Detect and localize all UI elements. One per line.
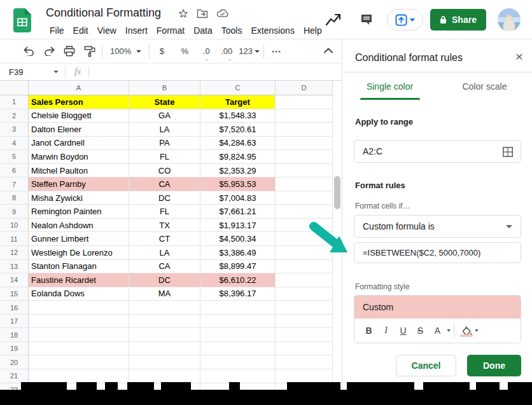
cell-D7[interactable] <box>276 177 333 191</box>
cell-A19[interactable] <box>29 342 129 356</box>
share-button[interactable]: Share <box>430 9 486 31</box>
cell-B17[interactable] <box>129 315 200 329</box>
row-header-19[interactable]: 19 <box>0 342 29 356</box>
cell-B3[interactable]: LA <box>129 123 200 137</box>
cell-A17[interactable] <box>29 315 129 329</box>
zoom-control[interactable]: 100% <box>106 46 145 56</box>
paint-format-button[interactable] <box>81 43 98 60</box>
cell-B11[interactable]: CT <box>129 233 200 247</box>
row-header-15[interactable]: 15 <box>0 287 29 301</box>
cell-D10[interactable] <box>276 219 333 233</box>
cell-C20[interactable] <box>200 355 276 369</box>
row-header-5[interactable]: 5 <box>0 150 29 164</box>
print-button[interactable] <box>61 43 78 60</box>
cell-A21[interactable] <box>29 369 129 383</box>
cell-C18[interactable] <box>200 328 276 342</box>
column-header-D[interactable]: D <box>276 81 333 95</box>
cell-B12[interactable]: LA <box>129 246 200 260</box>
row-header-21[interactable]: 21 <box>0 369 29 383</box>
menu-item-view[interactable]: View <box>93 24 121 37</box>
cell-B20[interactable] <box>129 355 200 369</box>
cell-A15[interactable]: Eolanda Dows <box>29 287 129 301</box>
cell-A8[interactable]: Misha Zywicki <box>29 191 129 205</box>
cell-A16[interactable] <box>29 301 129 315</box>
cell-B18[interactable] <box>129 328 200 342</box>
column-header-C[interactable]: C <box>200 81 276 95</box>
fill-color-button[interactable] <box>459 322 474 339</box>
cell-B7[interactable]: CA <box>129 177 200 191</box>
cell-D6[interactable] <box>276 164 333 178</box>
row-header-6[interactable]: 6 <box>0 164 29 178</box>
close-icon[interactable]: × <box>515 50 523 63</box>
cell-D14[interactable] <box>276 273 333 287</box>
present-button[interactable] <box>387 9 423 31</box>
menu-item-insert[interactable]: Insert <box>121 24 152 37</box>
row-header-16[interactable]: 16 <box>0 301 29 315</box>
cell-A12[interactable]: Westleigh De Lorenzo <box>29 246 129 260</box>
cell-C16[interactable] <box>200 301 276 315</box>
cell-C11[interactable]: $4,500.34 <box>200 233 276 247</box>
cell-B14[interactable]: DC <box>129 273 200 287</box>
cell-D19[interactable] <box>276 342 333 356</box>
italic-button[interactable]: I <box>377 322 395 339</box>
cell-D13[interactable] <box>276 260 333 274</box>
cell-C13[interactable]: $8,899.47 <box>200 260 276 274</box>
custom-formula-input[interactable]: =ISBETWEEN($C2, 5000,7000) <box>354 242 521 263</box>
cell-B6[interactable]: CO <box>129 164 200 178</box>
cell-A6[interactable]: Mitchel Paulton <box>29 164 129 178</box>
cloud-saved-icon[interactable] <box>216 9 228 20</box>
cell-C19[interactable] <box>200 342 276 356</box>
row-header-4[interactable]: 4 <box>0 137 29 151</box>
menu-item-help[interactable]: Help <box>299 24 326 37</box>
toolbar-more-button[interactable]: ⋯ <box>268 43 284 60</box>
row-header-20[interactable]: 20 <box>0 355 29 369</box>
sheets-logo-icon[interactable] <box>13 8 31 35</box>
cell-A5[interactable]: Marwin Boydon <box>29 150 129 164</box>
row-header-9[interactable]: 9 <box>0 205 29 219</box>
cell-A1[interactable]: Sales Person <box>29 95 129 109</box>
menu-item-format[interactable]: Format <box>152 24 189 37</box>
text-color-caret-icon[interactable] <box>447 329 451 332</box>
cell-C12[interactable]: $3,386.49 <box>200 246 276 260</box>
cell-C17[interactable] <box>200 315 276 329</box>
cell-D20[interactable] <box>276 355 333 369</box>
name-box[interactable]: F39 <box>0 67 53 77</box>
cell-B1[interactable]: State <box>129 95 200 109</box>
cell-C10[interactable]: $1,913.17 <box>200 219 276 233</box>
cell-D16[interactable] <box>276 301 333 315</box>
cell-A2[interactable]: Chelsie Bloggett <box>29 109 129 123</box>
column-header-B[interactable]: B <box>129 81 200 95</box>
cell-C14[interactable]: $6,610.22 <box>200 273 276 287</box>
strikethrough-button[interactable]: S <box>412 322 429 339</box>
condition-dropdown[interactable]: Custom formula is <box>354 215 521 238</box>
redo-button[interactable] <box>41 43 57 60</box>
cell-B19[interactable] <box>129 342 200 356</box>
cell-C9[interactable]: $7,661.21 <box>200 205 276 219</box>
cell-B2[interactable]: GA <box>129 109 200 123</box>
row-header-11[interactable]: 11 <box>0 233 29 247</box>
row-header-14[interactable]: 14 <box>0 273 29 287</box>
cell-A20[interactable] <box>29 355 129 369</box>
cell-D5[interactable] <box>276 150 333 164</box>
more-formats-button[interactable]: 123 <box>239 43 260 60</box>
cell-C2[interactable]: $1,548.33 <box>200 109 276 123</box>
row-header-10[interactable]: 10 <box>0 219 29 233</box>
cell-D9[interactable] <box>276 205 333 219</box>
row-header-18[interactable]: 18 <box>0 328 29 342</box>
column-header-A[interactable]: A <box>29 81 129 95</box>
cell-C7[interactable]: $5,953.53 <box>200 177 276 191</box>
cell-C1[interactable]: Target <box>200 95 276 109</box>
avatar[interactable] <box>498 8 521 31</box>
cell-A10[interactable]: Nealon Ashdown <box>29 219 129 233</box>
underline-button[interactable]: U <box>395 322 412 339</box>
cell-A13[interactable]: Stanton Flanagan <box>29 260 129 274</box>
cell-D21[interactable] <box>276 369 333 383</box>
cell-C15[interactable]: $8,396.17 <box>200 287 276 301</box>
row-header-3[interactable]: 3 <box>0 123 29 137</box>
row-header-2[interactable]: 2 <box>0 109 29 123</box>
cell-B4[interactable]: PA <box>129 137 200 151</box>
increase-decimal-button[interactable]: .00 → <box>218 43 235 60</box>
menu-item-edit[interactable]: Edit <box>69 24 93 37</box>
cell-B16[interactable] <box>129 301 200 315</box>
row-header-17[interactable]: 17 <box>0 315 29 329</box>
